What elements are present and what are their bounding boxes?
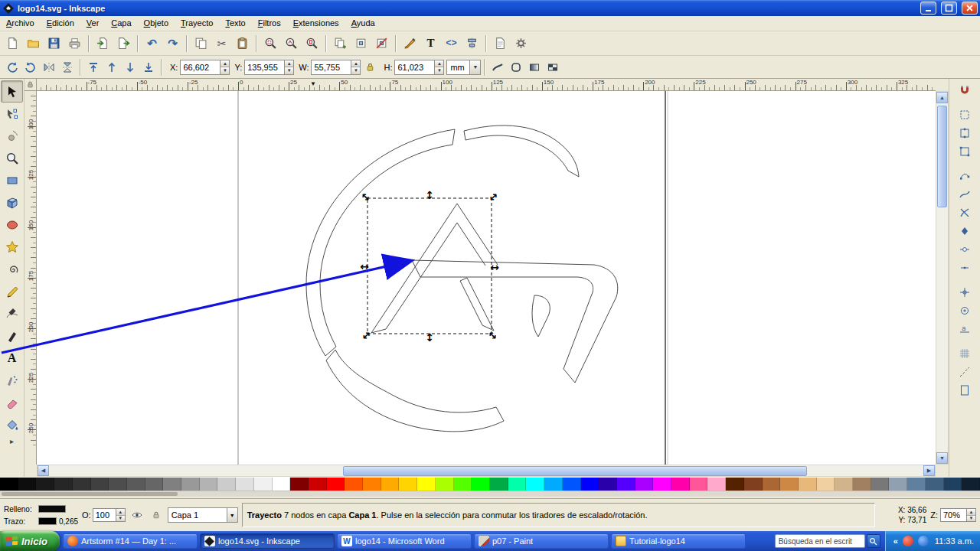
stroke-swatch[interactable] bbox=[38, 517, 57, 525]
layer-dropdown[interactable]: Capa 1▼ bbox=[168, 507, 238, 523]
text-tool[interactable]: A bbox=[1, 347, 23, 369]
ellipse-tool[interactable] bbox=[1, 214, 23, 236]
star-tool[interactable] bbox=[1, 236, 23, 258]
lock-ratio-button[interactable] bbox=[361, 58, 379, 77]
preferences-button[interactable] bbox=[511, 33, 531, 54]
print-button[interactable] bbox=[64, 33, 85, 54]
palette-swatch[interactable] bbox=[327, 478, 345, 491]
snap-bbox-edges-button[interactable] bbox=[955, 124, 975, 142]
units-dropdown[interactable]: mm▼ bbox=[446, 60, 481, 75]
palette-swatch[interactable] bbox=[217, 478, 236, 491]
import-button[interactable] bbox=[93, 33, 113, 54]
palette-swatch[interactable] bbox=[726, 478, 744, 491]
bezier-tool[interactable] bbox=[1, 302, 23, 324]
rotate-ccw-button[interactable] bbox=[3, 58, 21, 77]
palette-swatch[interactable] bbox=[472, 478, 490, 491]
snap-smooth-nodes-button[interactable] bbox=[955, 240, 975, 259]
scale-stroke-toggle[interactable] bbox=[488, 58, 507, 77]
snap-page-border-button[interactable] bbox=[955, 381, 975, 399]
scale-handle-w[interactable]: ↔ bbox=[360, 260, 369, 272]
rectangle-tool[interactable] bbox=[1, 169, 23, 191]
lower-to-bottom-button[interactable] bbox=[139, 58, 158, 77]
palette-swatch[interactable] bbox=[707, 478, 726, 491]
tray-app-icon[interactable] bbox=[918, 536, 929, 546]
palette-swatch[interactable] bbox=[944, 478, 962, 491]
snap-guides-button[interactable] bbox=[955, 363, 975, 381]
zoom-spinner[interactable]: ▲▼ bbox=[966, 508, 976, 522]
palette-swatch[interactable] bbox=[200, 478, 218, 491]
palette-swatch[interactable] bbox=[763, 478, 781, 491]
text-dialog-button[interactable]: T bbox=[420, 33, 441, 54]
palette-swatch[interactable] bbox=[0, 478, 18, 491]
cut-button[interactable]: ✂ bbox=[211, 33, 232, 54]
palette-swatch[interactable] bbox=[290, 478, 309, 491]
palette-swatch[interactable] bbox=[690, 478, 708, 491]
taskbar-task-folder[interactable]: Tutorial-logo14 bbox=[611, 533, 746, 549]
snap-object-centers-button[interactable] bbox=[955, 283, 975, 302]
palette-swatch[interactable] bbox=[399, 478, 417, 491]
snap-paths-button[interactable] bbox=[955, 185, 975, 204]
taskbar-task-inkscape[interactable]: logo14.svg - Inkscape bbox=[200, 533, 335, 549]
logo-crossbar-d[interactable] bbox=[412, 260, 618, 383]
open-document-button[interactable] bbox=[23, 33, 44, 54]
node-tool[interactable] bbox=[1, 103, 23, 125]
spin-up-icon[interactable]: ▲ bbox=[220, 60, 229, 68]
h-field[interactable]: 61,023▲▼ bbox=[394, 60, 444, 75]
palette-swatch[interactable] bbox=[273, 478, 291, 491]
logo-paths[interactable] bbox=[306, 126, 618, 432]
palette-scroll-thumb[interactable] bbox=[2, 492, 178, 496]
palette-swatch[interactable] bbox=[236, 478, 254, 491]
palette-scrollbar[interactable] bbox=[0, 491, 980, 497]
x-field[interactable]: 66,602▲▼ bbox=[180, 60, 230, 75]
palette-swatch[interactable] bbox=[454, 478, 472, 491]
h-field-spinner[interactable]: ▲▼ bbox=[434, 60, 444, 75]
menu-extensiones[interactable]: Extensiones bbox=[287, 16, 345, 31]
palette-swatch[interactable] bbox=[889, 478, 907, 491]
palette-swatch[interactable] bbox=[671, 478, 690, 491]
export-button[interactable] bbox=[113, 33, 134, 54]
flip-vertical-button[interactable] bbox=[58, 58, 77, 77]
spiral-tool[interactable] bbox=[1, 258, 23, 280]
logo-d-counter[interactable] bbox=[532, 295, 550, 337]
spin-down-icon[interactable]: ▼ bbox=[220, 67, 229, 74]
x-field-value[interactable]: 66,602 bbox=[180, 60, 220, 75]
spin-up-icon[interactable]: ▲ bbox=[285, 60, 293, 68]
menu-texto[interactable]: Texto bbox=[219, 16, 251, 31]
scroll-up-button[interactable]: ▲ bbox=[936, 92, 948, 103]
palette-swatch[interactable] bbox=[635, 478, 654, 491]
units-value[interactable]: mm bbox=[446, 60, 469, 75]
palette-swatch[interactable] bbox=[54, 478, 73, 491]
scroll-right-button[interactable]: ▶ bbox=[923, 465, 935, 476]
h-field-value[interactable]: 61,023 bbox=[394, 60, 434, 75]
fill-stroke-dialog-button[interactable] bbox=[400, 33, 420, 54]
rotate-cw-button[interactable] bbox=[21, 58, 40, 77]
snap-midpoints-button[interactable] bbox=[955, 259, 975, 277]
logo-a-outer[interactable] bbox=[371, 204, 498, 333]
zoom-control[interactable]: Z: 70%▲▼ bbox=[930, 508, 976, 522]
zoom-tool[interactable] bbox=[1, 147, 23, 169]
scale-handle-se[interactable]: ↔ bbox=[485, 328, 501, 343]
fill-swatch[interactable] bbox=[38, 505, 66, 513]
palette-swatch[interactable] bbox=[617, 478, 635, 491]
logo-top-swoosh[interactable] bbox=[464, 126, 579, 177]
menu-ver[interactable]: Ver bbox=[80, 16, 106, 31]
canvas[interactable]: ↔ ↕ ↔ ↔ ↔ ↔ ↕ ↔ bbox=[37, 91, 936, 465]
palette-swatch[interactable] bbox=[835, 478, 853, 491]
spray-tool[interactable] bbox=[1, 369, 23, 391]
scale-handle-s[interactable]: ↕ bbox=[425, 331, 434, 344]
menu-ayuda[interactable]: Ayuda bbox=[345, 16, 381, 31]
redo-button[interactable]: ↷ bbox=[162, 33, 183, 54]
opacity-control[interactable]: O: 100▲▼ bbox=[82, 508, 126, 522]
zoom-value[interactable]: 70% bbox=[940, 508, 966, 522]
duplicate-button[interactable] bbox=[330, 33, 351, 54]
menu-filtros[interactable]: Filtros bbox=[252, 16, 287, 31]
taskbar-task-paint[interactable]: p07 - Paint bbox=[474, 533, 609, 549]
undo-button[interactable]: ↶ bbox=[142, 33, 162, 54]
scale-handle-n[interactable]: ↕ bbox=[425, 189, 434, 201]
palette-swatch[interactable] bbox=[907, 478, 926, 491]
clone-button[interactable] bbox=[351, 33, 371, 54]
toolbox-expander[interactable]: ▸ bbox=[10, 437, 14, 445]
y-field[interactable]: 135,955▲▼ bbox=[244, 60, 294, 75]
menu-edicion[interactable]: Edición bbox=[41, 16, 80, 31]
logo-bottom-swoosh[interactable] bbox=[326, 350, 504, 432]
